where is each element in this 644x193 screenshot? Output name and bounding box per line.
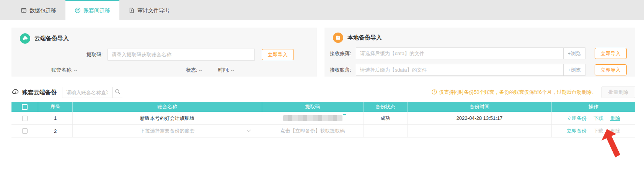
redacted-extraction-code — [283, 115, 342, 121]
search-button[interactable] — [112, 87, 123, 98]
extraction-code-row: 提取码: 立即导入 — [11, 49, 317, 61]
row1-backup-status: 成功 — [364, 112, 408, 124]
retention-notice: 仅支持同时备份50个账套，备份的账套仅保留6个月，过期后自动删除。 — [432, 89, 597, 96]
backup-section-title-wrap: 账套云端备份 — [11, 88, 57, 97]
status-meta: 状态: -- — [186, 67, 202, 74]
header-select-cell — [11, 102, 38, 112]
info-icon — [432, 89, 437, 96]
batch-delete-button[interactable]: 批量删除 — [602, 87, 635, 98]
row2-backup-status — [364, 125, 408, 137]
cloud-import-meta: 账套名称: -- 状态: -- 时间: -- — [11, 67, 317, 74]
time-label: 时间: — [218, 67, 230, 73]
cloud-import-title: 云端备份导入 — [34, 35, 69, 42]
header-backup-time: 备份时间 — [408, 102, 552, 112]
row1-select-cell — [11, 112, 38, 124]
retention-notice-text: 仅支持同时备份50个账套，备份的账套仅保留6个月，过期后自动删除。 — [439, 89, 597, 96]
document-export-icon — [129, 7, 135, 15]
row1-backup-now-link[interactable]: 立即备份 — [567, 115, 587, 122]
row1-checkbox[interactable] — [22, 116, 28, 121]
browse-sdata-button[interactable]: +浏览 — [563, 64, 585, 76]
row2-code-hint: 点击【立即备份】获取提取码 — [262, 125, 364, 137]
row1-index: 1 — [38, 112, 73, 124]
receive-books-label: 接收账薄: — [330, 50, 351, 57]
time-value: -- — [231, 67, 234, 73]
browse-data-button[interactable]: +浏览 — [563, 47, 585, 59]
row1-download-link[interactable]: 下载 — [593, 115, 603, 122]
row2-account-select[interactable]: 下拉选择需要备份的账套 — [73, 125, 262, 137]
local-import-panel: 本地备份导入 接收账薄: +浏览 立即导入 接收账薄: +浏览 立即导入 — [324, 28, 635, 77]
row2-delete-link[interactable]: 删除 — [610, 128, 620, 134]
time-meta: 时间: -- — [218, 67, 234, 74]
tab-audit-file-export[interactable]: 审计文件导出 — [119, 0, 179, 20]
receive-books-label: 接收账薄: — [330, 67, 351, 74]
header-operations: 操作 — [552, 102, 635, 112]
backup-section-title: 账套云端备份 — [22, 89, 57, 96]
header-extraction-code: 提取码 — [262, 102, 364, 112]
package-icon — [21, 7, 27, 15]
import-panels: 云端备份导入 提取码: 立即导入 账套名称: -- 状态: -- 时间: -- — [11, 28, 635, 77]
tab-data-package-migration[interactable]: 数据包迁移 — [11, 0, 65, 20]
table-header-row: 序号 账套名称 提取码 备份状态 备份时间 操作 — [11, 102, 635, 112]
cloud-import-panel: 云端备份导入 提取码: 立即导入 账套名称: -- 状态: -- 时间: -- — [11, 28, 317, 77]
local-import-title: 本地备份导入 — [347, 34, 382, 41]
backup-table: 序号 账套名称 提取码 备份状态 备份时间 操作 1 新版本号的好会计旗舰版 成… — [11, 102, 635, 137]
local-import-now-button-1[interactable]: 立即导入 — [595, 48, 627, 59]
sdata-file-input[interactable] — [356, 64, 563, 76]
status-label: 状态: — [186, 67, 197, 73]
row2-operations: 立即备份 下载 删除 — [552, 125, 635, 137]
tab-label: 账套间迁移 — [83, 7, 110, 14]
tab-account-set-migration[interactable]: 账套间迁移 — [65, 0, 119, 20]
backup-section-header: 账套云端备份 仅支持同时备份50个账套，备份的账套仅保留6个月，过期后自动删除。… — [11, 86, 635, 99]
cloud-outline-icon — [11, 88, 19, 97]
account-name-label: 账套名称: — [51, 67, 73, 73]
row1-extraction-code-cell — [262, 112, 364, 124]
row1-delete-link[interactable]: 删除 — [610, 115, 620, 122]
header-index: 序号 — [38, 102, 73, 112]
status-value: -- — [199, 67, 202, 73]
extraction-code-label: 提取码: — [86, 51, 103, 58]
account-select-placeholder: 下拉选择需要备份的账套 — [140, 128, 195, 134]
row2-backup-time — [408, 125, 552, 137]
tab-label: 审计文件导出 — [137, 7, 170, 14]
data-file-input-group: +浏览 — [356, 47, 585, 59]
transfer-icon — [75, 7, 81, 15]
account-name-meta: 账套名称: -- — [51, 67, 77, 74]
row2-checkbox[interactable] — [22, 128, 28, 134]
local-import-row-data: 接收账薄: +浏览 立即导入 — [324, 47, 635, 59]
table-row: 1 新版本号的好会计旗舰版 成功 2022-04-28 13:51:17 立即备… — [11, 112, 635, 125]
row2-select-cell — [11, 125, 38, 137]
tab-label: 数据包迁移 — [29, 7, 56, 14]
header-account-name: 账套名称 — [73, 102, 262, 112]
local-import-row-sdata: 接收账薄: +浏览 立即导入 — [324, 64, 635, 76]
main-content: 云端备份导入 提取码: 立即导入 账套名称: -- 状态: -- 时间: -- — [0, 20, 644, 137]
file-upload-icon — [333, 33, 343, 43]
search-icon — [115, 89, 121, 96]
cloud-download-icon — [20, 33, 30, 44]
row1-operations: 立即备份 下载 删除 — [552, 112, 635, 124]
sdata-file-input-group: +浏览 — [356, 64, 585, 76]
row2-index: 2 — [38, 125, 73, 137]
table-row: 2 下拉选择需要备份的账套 点击【立即备份】获取提取码 立即备份 下载 删除 — [11, 125, 635, 137]
header-backup-status: 备份状态 — [364, 102, 408, 112]
local-import-header: 本地备份导入 — [324, 28, 635, 43]
data-file-input[interactable] — [356, 47, 563, 59]
row2-backup-now-link[interactable]: 立即备份 — [567, 128, 587, 134]
extraction-code-input[interactable] — [108, 49, 255, 61]
row1-backup-time: 2022-04-28 13:51:17 — [408, 112, 552, 124]
local-import-now-button-2[interactable]: 立即导入 — [595, 64, 627, 75]
chevron-down-icon — [246, 128, 251, 134]
cloud-import-header: 云端备份导入 — [11, 28, 317, 44]
account-name-value: -- — [74, 67, 77, 73]
redaction-mark — [343, 114, 346, 115]
cloud-import-now-button[interactable]: 立即导入 — [262, 49, 294, 60]
tab-bar: 数据包迁移 账套间迁移 审计文件导出 — [0, 0, 644, 20]
row1-account-name: 新版本号的好会计旗舰版 — [73, 112, 262, 124]
search-input[interactable] — [62, 87, 112, 98]
search-group — [62, 87, 123, 98]
row2-download-link[interactable]: 下载 — [593, 128, 603, 134]
select-all-checkbox[interactable] — [22, 104, 28, 110]
